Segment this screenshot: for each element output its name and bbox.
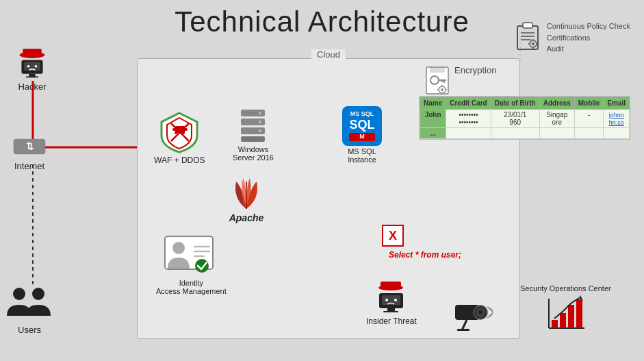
security-camera-icon — [452, 295, 493, 332]
svg-rect-71 — [381, 282, 401, 289]
svg-point-39 — [175, 132, 177, 134]
users-icon — [5, 284, 53, 322]
svg-point-35 — [13, 288, 25, 300]
internet-label: Internet — [14, 161, 44, 171]
hacker-label: Hacker — [18, 82, 46, 92]
svg-rect-15 — [523, 23, 532, 28]
cell-address-john: Singapore — [539, 110, 574, 128]
cell-credit-john: •••••••••••••••• — [446, 110, 491, 128]
clipboard-icon — [514, 21, 541, 51]
soc-chart-icon — [543, 295, 588, 333]
cell-empty-5 — [604, 128, 630, 139]
svg-rect-14 — [517, 26, 538, 49]
cell-mobile-john: - — [574, 110, 604, 128]
soc-label: Security Operations Center — [520, 284, 611, 292]
col-address: Address — [539, 97, 574, 110]
svg-point-32 — [35, 65, 38, 68]
col-mobile: Mobile — [574, 97, 604, 110]
mssql-icon: MS SQL SQL M — [342, 106, 382, 146]
cloud-label: Cloud — [311, 49, 346, 60]
svg-point-31 — [27, 65, 30, 68]
svg-rect-26 — [23, 49, 42, 56]
svg-point-76 — [385, 299, 388, 301]
svg-rect-38 — [172, 128, 188, 131]
svg-rect-50 — [241, 136, 265, 142]
svg-point-36 — [32, 288, 44, 300]
apache-area: Apache — [226, 175, 267, 223]
red-x-box: X — [382, 225, 404, 247]
svg-point-59 — [441, 88, 443, 91]
encryption-label: Encryption — [454, 65, 496, 75]
apache-label: Apache — [229, 212, 264, 223]
mssql-label: MS SQL Instance — [348, 147, 376, 164]
col-name: Name — [420, 97, 446, 110]
svg-rect-86 — [552, 320, 558, 328]
col-credit: Credit Card — [446, 97, 491, 110]
waf-area: WAF + DDOS — [154, 110, 205, 165]
cell-empty-1 — [446, 128, 491, 139]
table-row-ellipsis: ... — [420, 128, 630, 139]
policy-line1: Continuous Policy Check — [547, 21, 630, 32]
waf-shield-icon — [157, 110, 202, 154]
col-dob: Date of Birth — [491, 97, 539, 110]
svg-point-77 — [394, 299, 397, 301]
svg-point-65 — [172, 242, 185, 254]
policy-text: Continuous Policy Check Certifications A… — [547, 21, 630, 55]
soc-area: Security Operations Center — [520, 284, 611, 333]
table-row: John •••••••••••••••• 23/01/1960 Singapo… — [420, 110, 630, 128]
internet-icon: ⇅ — [10, 134, 49, 160]
svg-rect-53 — [430, 67, 445, 73]
svg-line-82 — [462, 320, 467, 330]
apache-feather-icon — [226, 175, 267, 212]
cell-email-john: johnnhn.co — [604, 110, 630, 128]
encryption-key-icon — [424, 65, 450, 96]
insider-threat-icon — [372, 274, 410, 315]
insider-area: Insider Threat — [366, 274, 417, 326]
email-link-john: johnnhn.co — [609, 112, 624, 126]
svg-point-81 — [478, 310, 482, 314]
select-query-text: Select * from user; — [389, 250, 461, 260]
mssql-area: MS SQL SQL M MS SQL Instance — [342, 106, 382, 164]
cell-dob-john: 23/01/1960 — [491, 110, 539, 128]
policy-line3: Audit — [547, 43, 630, 55]
cell-empty-4 — [574, 128, 604, 139]
hacker-icon — [15, 42, 49, 80]
server-label: Windows Server 2016 — [233, 145, 274, 162]
svg-point-45 — [259, 112, 261, 114]
red-x-symbol: X — [389, 229, 397, 243]
users-area: Users — [5, 284, 53, 335]
encryption-area: Encryption — [424, 65, 496, 96]
hacker-area: Hacker — [15, 42, 49, 92]
iam-person-icon — [164, 233, 218, 274]
insider-label: Insider Threat — [366, 316, 417, 326]
policy-line2: Certifications — [547, 32, 630, 44]
policy-box: Continuous Policy Check Certifications A… — [514, 21, 630, 55]
cell-empty-2 — [491, 128, 539, 139]
waf-label: WAF + DDOS — [154, 155, 205, 165]
svg-rect-88 — [568, 305, 574, 328]
mssql-top-label: MS SQL — [349, 111, 374, 118]
server-area: Windows Server 2016 — [233, 106, 274, 162]
svg-point-20 — [532, 42, 534, 45]
svg-point-47 — [259, 121, 261, 123]
svg-rect-75 — [383, 311, 398, 312]
cell-name-john: John — [420, 110, 446, 128]
data-table-container: Name Credit Card Date of Birth Address M… — [419, 96, 630, 140]
cell-empty-3 — [539, 128, 574, 139]
svg-rect-87 — [560, 313, 566, 328]
col-email: Email — [604, 97, 630, 110]
internet-area: ⇅ Internet — [10, 134, 49, 171]
svg-point-49 — [259, 129, 261, 132]
data-table: Name Credit Card Date of Birth Address M… — [420, 97, 630, 139]
iam-icon-wrapper — [164, 233, 218, 277]
iam-area: Identity Access Management — [156, 233, 227, 295]
svg-rect-30 — [26, 77, 38, 78]
cell-ellipsis: ... — [420, 128, 446, 139]
server-icon — [237, 106, 268, 144]
security-camera-area — [452, 295, 493, 332]
iam-label: Identity Access Management — [156, 279, 227, 295]
users-label: Users — [18, 325, 41, 335]
svg-rect-89 — [576, 299, 582, 328]
svg-rect-83 — [457, 329, 469, 331]
svg-text:⇅: ⇅ — [26, 141, 34, 151]
